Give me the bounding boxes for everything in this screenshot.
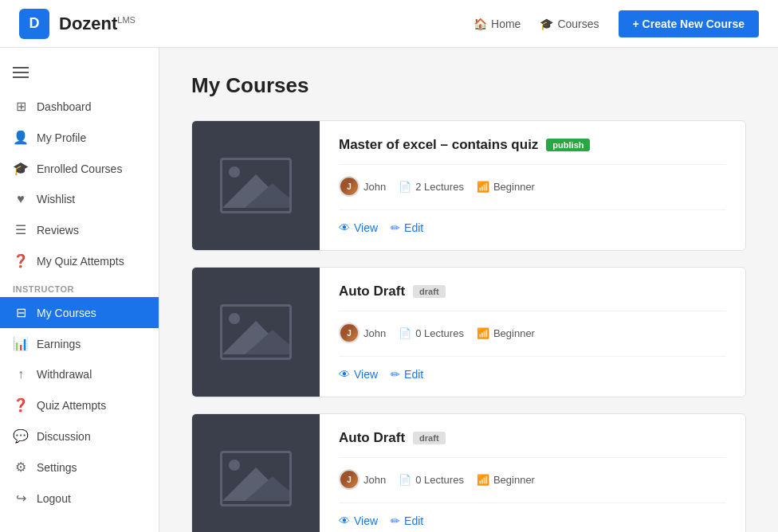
dashboard-icon: ⊞ (13, 99, 29, 114)
view-link[interactable]: 👁 View (339, 221, 378, 234)
settings-icon: ⚙ (13, 460, 29, 475)
course-thumbnail (192, 414, 320, 532)
course-info: Auto Draft draft J John 📄 0 Lectures 📶 B… (320, 268, 745, 397)
course-card-1: Master of excel – contains quiz publish … (191, 120, 746, 251)
view-label: View (354, 221, 378, 234)
course-title: Auto Draft (339, 284, 405, 299)
lectures-count: 0 Lectures (415, 474, 464, 486)
lectures-icon: 📄 (399, 474, 411, 486)
logo-text: DozentLMS (59, 14, 136, 34)
sidebar-item-my-profile[interactable]: 👤 My Profile (0, 122, 159, 153)
author-meta: J John (339, 176, 386, 197)
hamburger-menu[interactable] (0, 54, 159, 91)
avatar: J (339, 176, 360, 197)
eye-icon: 👁 (339, 368, 350, 381)
avatar: J (339, 323, 360, 343)
course-meta: J John 📄 0 Lectures 📶 Beginner (339, 323, 726, 343)
view-link[interactable]: 👁 View (339, 368, 378, 381)
eye-icon: 👁 (339, 221, 350, 234)
sidebar-item-dashboard[interactable]: ⊞ Dashboard (0, 91, 159, 122)
sidebar-item-my-courses[interactable]: ⊟ My Courses (0, 297, 159, 328)
sidebar-item-withdrawal[interactable]: ↑ Withdrawal (0, 359, 159, 389)
edit-link[interactable]: ✏ Edit (391, 221, 423, 234)
lectures-meta: 📄 0 Lectures (399, 327, 464, 339)
level-text: Beginner (493, 327, 535, 339)
level-icon: 📶 (477, 327, 489, 339)
divider (339, 311, 726, 311)
quiz-student-icon: ❓ (13, 253, 29, 268)
lectures-meta: 📄 2 Lectures (399, 181, 464, 193)
author-name: John (363, 474, 386, 486)
author-name: John (363, 181, 386, 193)
create-new-course-button[interactable]: + Create New Course (619, 10, 759, 37)
course-actions: 👁 View ✏ Edit (339, 221, 726, 234)
sidebar-item-enrolled-courses[interactable]: 🎓 Enrolled Courses (0, 153, 159, 184)
courses-list: Master of excel – contains quiz publish … (191, 120, 746, 532)
divider-2 (339, 209, 726, 210)
sidebar-item-quiz-attempts[interactable]: ❓ Quiz Attempts (0, 389, 159, 421)
course-meta: J John 📄 2 Lectures 📶 Beginner (339, 176, 726, 197)
author-name: John (363, 327, 386, 339)
course-actions: 👁 View ✏ Edit (339, 368, 726, 381)
withdrawal-icon: ↑ (13, 367, 29, 381)
earnings-icon: 📊 (13, 336, 29, 351)
level-icon: 📶 (477, 474, 489, 486)
view-link[interactable]: 👁 View (339, 514, 378, 527)
level-icon: 📶 (477, 181, 489, 193)
course-card-3: Auto Draft draft J John 📄 0 Lectures 📶 B… (191, 413, 746, 532)
header: D DozentLMS 🏠 Home 🎓 Courses + Create Ne… (0, 0, 778, 48)
reviews-icon: ☰ (13, 222, 29, 237)
lectures-count: 0 Lectures (415, 327, 464, 339)
thumbnail-frame (220, 158, 292, 213)
sidebar-item-logout[interactable]: ↪ Logout (0, 483, 159, 514)
header-nav: 🏠 Home 🎓 Courses + Create New Course (473, 10, 759, 37)
profile-icon: 👤 (13, 130, 29, 145)
discussion-icon: 💬 (13, 428, 29, 444)
nav-courses[interactable]: 🎓 Courses (540, 18, 599, 30)
course-title-row: Master of excel – contains quiz publish (339, 137, 726, 153)
thumbnail-frame (220, 451, 292, 507)
page-title: My Courses (191, 73, 746, 98)
divider (339, 457, 726, 458)
sidebar-item-wishlist[interactable]: ♥ Wishlist (0, 184, 159, 214)
eye-icon: 👁 (339, 514, 350, 527)
logo-icon: D (19, 9, 49, 39)
course-info: Master of excel – contains quiz publish … (320, 121, 745, 250)
sidebar-item-reviews[interactable]: ☰ Reviews (0, 214, 159, 245)
view-label: View (354, 368, 378, 381)
sidebar-item-settings[interactable]: ⚙ Settings (0, 452, 159, 483)
course-title-row: Auto Draft draft (339, 430, 726, 446)
thumbnail-frame (220, 304, 292, 360)
pencil-icon: ✏ (391, 368, 400, 381)
author-meta: J John (339, 469, 386, 490)
lectures-icon: 📄 (399, 181, 411, 193)
nav-home[interactable]: 🏠 Home (473, 18, 521, 30)
draft-badge: draft (413, 432, 445, 444)
instructor-section-label: INSTRUCTOR (0, 276, 159, 297)
my-courses-icon: ⊟ (13, 305, 29, 320)
level-text: Beginner (493, 474, 535, 486)
edit-link[interactable]: ✏ Edit (391, 514, 423, 527)
sidebar-item-earnings[interactable]: 📊 Earnings (0, 328, 159, 359)
course-title: Auto Draft (339, 430, 405, 446)
course-thumbnail (192, 121, 320, 250)
thumbnail-circle (229, 460, 240, 471)
level-meta: 📶 Beginner (477, 327, 535, 339)
edit-label: Edit (404, 221, 423, 234)
sidebar-item-discussion[interactable]: 💬 Discussion (0, 421, 159, 452)
body-wrap: ⊞ Dashboard 👤 My Profile 🎓 Enrolled Cour… (0, 48, 778, 532)
quiz-icon: ❓ (13, 397, 29, 413)
course-meta: J John 📄 0 Lectures 📶 Beginner (339, 469, 726, 490)
divider-2 (339, 503, 726, 503)
sidebar-item-quiz-attempts-student[interactable]: ❓ My Quiz Attempts (0, 245, 159, 276)
sidebar: ⊞ Dashboard 👤 My Profile 🎓 Enrolled Cour… (0, 48, 159, 532)
author-meta: J John (339, 323, 386, 343)
wishlist-icon: ♥ (13, 192, 29, 206)
pencil-icon: ✏ (391, 221, 400, 234)
edit-label: Edit (404, 514, 423, 527)
main-content: My Courses Master of excel – contains qu… (159, 48, 778, 532)
lectures-icon: 📄 (399, 327, 411, 339)
edit-link[interactable]: ✏ Edit (391, 368, 423, 381)
lectures-meta: 📄 0 Lectures (399, 474, 464, 486)
level-meta: 📶 Beginner (477, 181, 535, 193)
